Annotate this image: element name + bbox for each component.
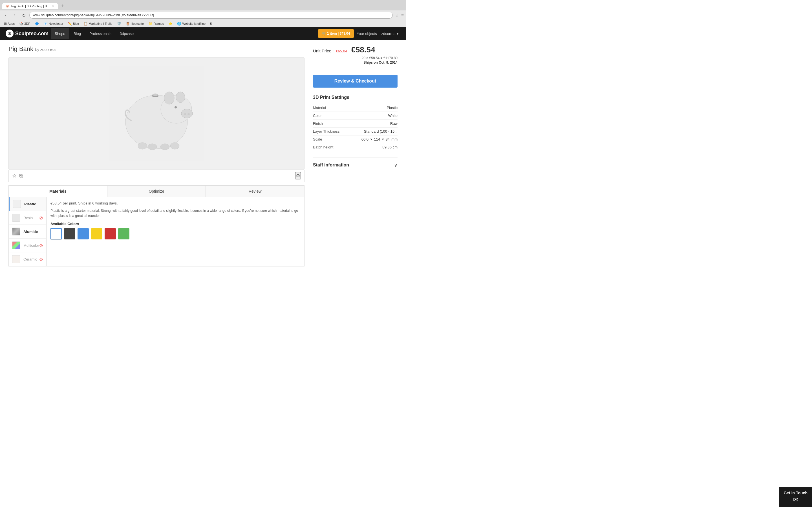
material-item-plastic[interactable]: Plastic bbox=[9, 197, 46, 211]
user-menu[interactable]: zdcorrea ▾ bbox=[379, 32, 400, 36]
page-content: Pig Bank by zdcorrea bbox=[0, 40, 406, 272]
materials-list-and-detail: Plastic Resin ⊘ Alumide Multicolor bbox=[9, 197, 304, 266]
svg-point-5 bbox=[188, 113, 190, 115]
shield-icon: 🛡️ bbox=[117, 22, 121, 25]
back-btn[interactable]: ‹ bbox=[2, 12, 9, 18]
color-yellow[interactable] bbox=[91, 228, 102, 239]
material-detail: €58.54 per print. Ships in 6 working day… bbox=[47, 197, 304, 266]
bookmark-star-icon[interactable]: ☆ bbox=[395, 13, 399, 18]
bookmark-offline-label: Website is offline bbox=[182, 22, 206, 25]
color-red[interactable] bbox=[105, 228, 116, 239]
color-dark[interactable] bbox=[64, 228, 75, 239]
staff-info-chevron-icon: ∨ bbox=[394, 162, 398, 168]
offline-icon: 🌐 bbox=[177, 22, 181, 25]
new-tab-btn[interactable]: + bbox=[58, 2, 68, 10]
bookmarks-bar: ⊞ Apps 🎲 3DP 🔷 📧 Newsletter ✏️ Blog 📋 Ma… bbox=[0, 20, 406, 27]
color-white[interactable] bbox=[50, 228, 62, 239]
scale-z: 84 bbox=[386, 137, 390, 142]
reload-btn[interactable]: ↻ bbox=[20, 12, 27, 18]
bookmark-3dp-label: 3DP bbox=[24, 22, 30, 25]
price-current: €58.54 bbox=[351, 45, 375, 54]
material-label: Material bbox=[313, 106, 387, 110]
bookmark-frames-label: Frames bbox=[153, 22, 164, 25]
share-btn[interactable]: ⎘ bbox=[19, 173, 22, 179]
browser-chrome: 🐷 'Pig Bank' | 3D Printing | S... ✕ + ‹ … bbox=[0, 0, 406, 27]
scale-sep2: × bbox=[382, 137, 384, 142]
multicolor-error-icon: ⊘ bbox=[39, 243, 43, 248]
frames-icon: 📁 bbox=[148, 22, 153, 25]
setting-material: Material Plastic bbox=[313, 104, 398, 112]
svg-point-12 bbox=[138, 143, 147, 149]
material-item-alumide[interactable]: Alumide bbox=[9, 225, 46, 238]
tab-review[interactable]: Review bbox=[206, 186, 304, 197]
materials-list: Plastic Resin ⊘ Alumide Multicolor bbox=[9, 197, 47, 266]
browser-tab[interactable]: 🐷 'Pig Bank' | 3D Printing | S... ✕ bbox=[2, 3, 58, 9]
resin-swatch bbox=[12, 214, 20, 222]
settings-title: 3D Print Settings bbox=[313, 95, 398, 100]
cart-button[interactable]: 🛒 1 item | €43.04 bbox=[318, 29, 354, 38]
bookmark-hootsuite[interactable]: 🦉 Hootsuite bbox=[124, 21, 146, 26]
bookmark-star2[interactable]: ⭐ bbox=[167, 21, 174, 26]
setting-layer: Layer Thickness Standard (100 - 15... bbox=[313, 128, 398, 135]
nav-professionals[interactable]: Professionals bbox=[86, 28, 115, 39]
cart-label: 1 item | €43.04 bbox=[327, 32, 350, 36]
blog-icon: ✏️ bbox=[68, 22, 72, 25]
bookmark-hootsuite-label: Hootsuite bbox=[131, 22, 144, 25]
material-item-resin[interactable]: Resin ⊘ bbox=[9, 211, 46, 225]
nav-shops[interactable]: Shops bbox=[51, 28, 69, 39]
batch-value: 89.36 cm bbox=[383, 145, 398, 149]
your-objects-link[interactable]: Your objects bbox=[354, 32, 379, 36]
trello-icon: 📋 bbox=[84, 22, 88, 25]
bookmark-shield[interactable]: 🛡️ bbox=[115, 21, 123, 26]
batch-label: Batch height bbox=[313, 145, 383, 149]
staff-info-header[interactable]: Staff information ∨ bbox=[313, 162, 398, 168]
left-column: Pig Bank by zdcorrea bbox=[8, 45, 305, 267]
alumide-swatch bbox=[12, 228, 20, 235]
bookmark-drive[interactable]: 🔷 bbox=[33, 21, 41, 26]
unit-price-section: Unit Price : €65.04 €58.54 20 × €58.54 =… bbox=[313, 45, 398, 64]
price-calc: 20 × €58.54 = €1170.80 bbox=[313, 56, 398, 60]
checkout-button[interactable]: Review & Checkout bbox=[313, 75, 398, 88]
nav-3dpcase[interactable]: 3dpcase bbox=[116, 28, 138, 39]
material-description: Plastic is a great starter material. Str… bbox=[50, 208, 300, 218]
bookmark-newsletter[interactable]: 📧 Newsletter bbox=[42, 21, 65, 26]
bookmark-frames[interactable]: 📁 Frames bbox=[147, 21, 165, 26]
plastic-swatch bbox=[13, 200, 21, 208]
bookmark-trello[interactable]: 📋 Marketing | Trello bbox=[82, 21, 114, 26]
bookmark-3dp[interactable]: 🎲 3DP bbox=[17, 21, 32, 26]
resin-error-icon: ⊘ bbox=[39, 215, 43, 221]
username-label: zdcorrea bbox=[381, 32, 396, 36]
color-blue[interactable] bbox=[78, 228, 89, 239]
bookmark-blog[interactable]: ✏️ Blog bbox=[66, 21, 81, 26]
menu-icon[interactable]: ≡ bbox=[401, 13, 404, 18]
image-toolbar: ☆ ⎘ ⚙ bbox=[8, 170, 305, 182]
site-nav: Shops Blog Professionals 3dpcase bbox=[51, 28, 318, 39]
bookmark-apps[interactable]: ⊞ Apps bbox=[2, 21, 16, 26]
site-logo[interactable]: S Sculpteo.com bbox=[6, 30, 49, 38]
svg-point-13 bbox=[148, 144, 157, 150]
bookmark-trello-label: Marketing | Trello bbox=[89, 22, 112, 25]
materials-panel: Plastic Resin ⊘ Alumide Multicolor bbox=[8, 197, 305, 267]
material-item-ceramic[interactable]: Ceramic ⊘ bbox=[9, 252, 46, 266]
svg-point-7 bbox=[176, 92, 185, 103]
ceramic-swatch bbox=[12, 255, 20, 263]
nav-blog[interactable]: Blog bbox=[70, 28, 85, 39]
product-image bbox=[8, 57, 305, 170]
forward-btn[interactable]: › bbox=[11, 12, 18, 18]
setting-finish: Finish Raw bbox=[313, 120, 398, 128]
hootsuite-icon: 🦉 bbox=[126, 22, 130, 25]
url-bar[interactable] bbox=[29, 12, 393, 18]
tab-optimize[interactable]: Optimize bbox=[107, 186, 206, 197]
material-item-multicolor[interactable]: Multicolor ⊘ bbox=[9, 238, 46, 252]
bookmark-blog-label: Blog bbox=[73, 22, 79, 25]
tab-close-btn[interactable]: ✕ bbox=[52, 4, 54, 8]
image-settings-btn[interactable]: ⚙ bbox=[295, 172, 301, 179]
price-calc-text: × €58.54 = €1170.80 bbox=[366, 56, 398, 60]
color-green[interactable] bbox=[118, 228, 130, 239]
bookmark-offline[interactable]: 🌐 Website is offline bbox=[175, 21, 207, 26]
staff-info-title: Staff information bbox=[313, 163, 349, 168]
bookmark-count[interactable]: 5 bbox=[208, 21, 213, 26]
favorite-btn[interactable]: ☆ bbox=[12, 173, 17, 179]
scale-values: 60.0 × 114 × 84 mm bbox=[361, 137, 398, 142]
tab-materials[interactable]: Materials bbox=[9, 186, 107, 197]
